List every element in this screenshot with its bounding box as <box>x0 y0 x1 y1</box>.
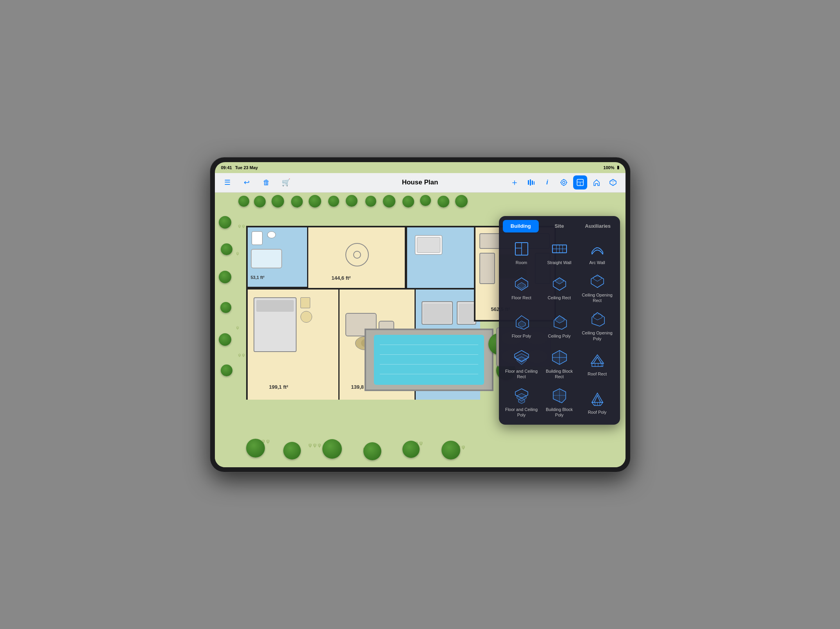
ceiling-opening-poly-label: Ceiling Opening Poly <box>580 330 615 341</box>
grid-item-ceiling-opening-rect[interactable]: Ceiling Opening Rect <box>579 269 616 307</box>
arc-wall-icon <box>589 240 606 257</box>
tree <box>309 195 321 207</box>
grid-item-floor-ceiling-poly[interactable]: Floor and Ceiling Poly <box>503 383 540 421</box>
straight-wall-label: Straight Wall <box>547 260 572 265</box>
floorplan-button[interactable] <box>573 175 587 189</box>
armchair2 <box>479 253 495 284</box>
roof-poly-icon <box>589 390 606 407</box>
battery-text: 100% <box>603 165 614 170</box>
document-title: House Plan <box>402 179 438 186</box>
roof-rect-label: Roof Rect <box>588 371 607 377</box>
room-label: Room <box>516 260 527 265</box>
roof-rect-icon <box>589 352 606 369</box>
house-button[interactable] <box>590 175 604 189</box>
library-button[interactable] <box>524 175 538 189</box>
menu-button[interactable]: ☰ <box>220 175 234 189</box>
grid-item-ceiling-poly[interactable]: Ceiling Poly <box>541 307 578 345</box>
tree-bottom <box>322 439 342 459</box>
tab-site[interactable]: Site <box>541 220 577 232</box>
status-time: 09:41 <box>221 165 232 170</box>
svg-rect-0 <box>528 180 529 185</box>
tree <box>346 195 357 207</box>
tree-bottom <box>246 439 265 457</box>
tab-building[interactable]: Building <box>503 220 539 232</box>
add-button[interactable]: ＋ <box>508 175 522 189</box>
tree <box>221 243 232 255</box>
floor-ceiling-poly-label: Floor and Ceiling Poly <box>504 407 539 418</box>
grid-item-roof-rect[interactable]: Roof Rect <box>579 345 616 383</box>
ceiling-poly-icon <box>551 314 568 331</box>
grid-item-floor-ceiling-rect[interactable]: Floor and Ceiling Rect <box>503 345 540 383</box>
ceiling-rect-icon <box>551 275 568 293</box>
tab-auxiliaries[interactable]: Auxiliaries <box>580 220 616 232</box>
grid-item-floor-poly[interactable]: Floor Poly <box>503 307 540 345</box>
floor-poly-label: Floor Poly <box>512 333 531 339</box>
grid-item-straight-wall[interactable]: Straight Wall <box>541 236 578 268</box>
popup-grid: Room Straight Wall <box>499 232 620 425</box>
area-label-hallway: 144,6 ft² <box>332 275 351 281</box>
tree-bottom <box>402 441 420 458</box>
grid-item-ceiling-opening-poly[interactable]: Ceiling Opening Poly <box>579 307 616 345</box>
battery-icon: ▮ <box>617 165 619 170</box>
tree <box>455 195 468 207</box>
tree <box>291 196 303 207</box>
grid-item-roof-poly[interactable]: Roof Poly <box>579 383 616 421</box>
floor-ceiling-poly-icon <box>513 387 530 404</box>
floor-rect-label: Floor Rect <box>511 295 531 300</box>
bed-fixture <box>415 235 442 255</box>
grid-item-room[interactable]: Room <box>503 236 540 268</box>
tree <box>219 271 231 283</box>
bed-small-fixture <box>422 301 453 325</box>
grid-item-floor-rect[interactable]: Floor Rect <box>503 269 540 307</box>
grass-mark: ψ <box>236 251 239 256</box>
info-button[interactable]: i <box>540 175 554 189</box>
grid-item-building-block-poly[interactable]: Building Block Poly <box>541 383 578 421</box>
ceiling-poly-label: Ceiling Poly <box>548 333 570 339</box>
grid-item-arc-wall[interactable]: Arc Wall <box>579 236 616 268</box>
ipad-screen: 09:41 Tue 23 May 100% ▮ ☰ ↩ 🗑 🛒 House Pl… <box>215 162 626 467</box>
grid-item-building-block-rect[interactable]: Building Block Rect <box>541 345 578 383</box>
building-block-poly-label: Building Block Poly <box>542 407 577 418</box>
bedroom-left: 199,1 ft² <box>248 289 340 400</box>
pool-deck <box>365 329 493 391</box>
building-block-rect-icon <box>551 349 568 366</box>
room-icon <box>513 240 530 257</box>
tree <box>220 302 231 313</box>
pool-water <box>374 335 484 385</box>
delete-button[interactable]: 🗑 <box>259 175 273 189</box>
undo-button[interactable]: ↩ <box>240 175 254 189</box>
bathroom-room: 53,1 ft² <box>248 227 308 288</box>
sink-fixture <box>267 231 276 238</box>
building-block-poly-icon <box>551 387 568 404</box>
toolbar: ☰ ↩ 🗑 🛒 House Plan ＋ i <box>215 173 626 193</box>
floor-ceiling-rect-icon <box>513 349 530 366</box>
floor-ceiling-rect-label: Floor and Ceiling Rect <box>504 368 539 380</box>
tree <box>238 196 249 207</box>
target-button[interactable] <box>557 175 571 189</box>
tree <box>402 196 414 207</box>
grid-item-ceiling-rect[interactable]: Ceiling Rect <box>541 269 578 307</box>
svg-rect-1 <box>530 179 531 186</box>
bathtub-fixture <box>251 249 282 268</box>
grass-mark: ψ ψ ψ <box>309 442 321 448</box>
tree <box>219 216 231 229</box>
straight-wall-icon <box>551 240 568 257</box>
status-bar: 09:41 Tue 23 May 100% ▮ <box>215 162 626 173</box>
svg-rect-2 <box>532 180 533 185</box>
grass-mark: ψ <box>236 325 239 330</box>
light-fixture <box>345 243 369 266</box>
svg-point-5 <box>563 181 565 184</box>
cart-button[interactable]: 🛒 <box>279 175 293 189</box>
floor-rect-icon <box>513 275 530 293</box>
tree <box>219 333 231 346</box>
tree-bottom <box>441 441 460 459</box>
3d-button[interactable] <box>606 175 620 189</box>
floor-poly-icon <box>513 314 530 331</box>
bed-small2-fixture <box>457 301 476 325</box>
status-date: Tue 23 May <box>235 165 258 170</box>
canvas-area: ψ ψ ψ ψ ψ ψ ψ ψ ψ ψ ψ ψ ψ ψ ψ ψ ψ ψ 53,1… <box>215 193 626 467</box>
tree-bottom <box>363 442 381 460</box>
tree-bottom <box>283 442 301 459</box>
ceiling-opening-rect-icon <box>589 273 606 290</box>
bed-fixture <box>254 297 297 352</box>
